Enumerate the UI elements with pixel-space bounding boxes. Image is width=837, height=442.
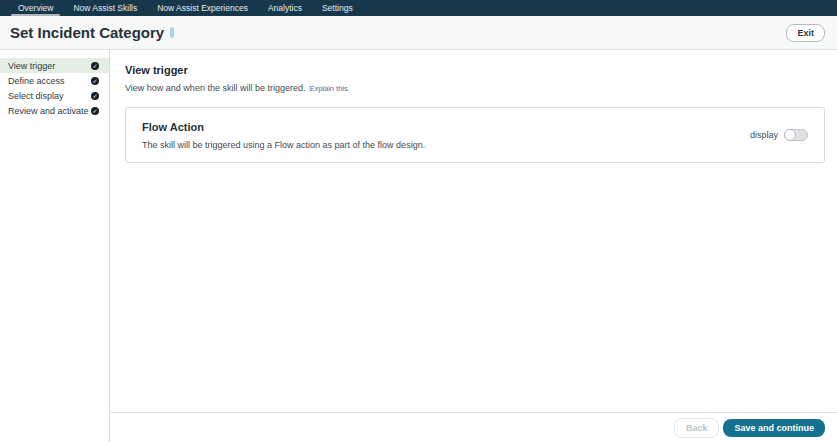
nav-item-settings[interactable]: Settings (312, 0, 363, 16)
sidebar-step-view-trigger[interactable]: View trigger✓ (0, 58, 109, 73)
sidebar-step-select-display[interactable]: Select display✓ (0, 88, 109, 103)
step-label: Define access (8, 76, 65, 86)
explain-this-link[interactable]: Explain this (309, 84, 347, 93)
check-circle-icon: ✓ (91, 92, 99, 100)
card-description: The skill will be triggered using a Flow… (142, 140, 425, 150)
section-description-text: View how and when the skill will be trig… (125, 83, 305, 93)
section-heading: View trigger (125, 64, 825, 76)
toggle-knob-icon (784, 129, 796, 141)
step-label: View trigger (8, 61, 55, 71)
display-toggle-row: display (750, 129, 808, 141)
card-text: Flow Action The skill will be triggered … (142, 121, 425, 150)
step-sidebar: View trigger✓Define access✓Select displa… (0, 50, 110, 442)
sidebar-step-define-access[interactable]: Define access✓ (0, 73, 109, 88)
nav-item-now-assist-experiences[interactable]: Now Assist Experiences (147, 0, 258, 16)
footer-bar: Back Save and continue (110, 412, 837, 442)
card-title: Flow Action (142, 121, 425, 133)
exit-button[interactable]: Exit (786, 24, 825, 42)
nav-item-now-assist-skills[interactable]: Now Assist Skills (63, 0, 147, 16)
check-circle-icon: ✓ (91, 62, 99, 70)
check-circle-icon: ✓ (91, 107, 99, 115)
back-button[interactable]: Back (674, 418, 720, 438)
display-toggle[interactable] (784, 129, 808, 141)
body: View trigger✓Define access✓Select displa… (0, 50, 837, 442)
toggle-label: display (750, 130, 778, 140)
step-label: Select display (8, 91, 64, 101)
sidebar-step-review-and-activate[interactable]: Review and activate✓ (0, 103, 109, 118)
section-description: View how and when the skill will be trig… (125, 83, 825, 93)
nav-item-analytics[interactable]: Analytics (258, 0, 312, 16)
step-label: Review and activate (8, 106, 89, 116)
nav-item-overview[interactable]: Overview (8, 0, 63, 16)
content-area: View trigger View how and when the skill… (110, 50, 837, 442)
check-circle-icon: ✓ (91, 77, 99, 85)
save-and-continue-button[interactable]: Save and continue (723, 419, 825, 437)
main-panel: View trigger View how and when the skill… (110, 50, 837, 412)
info-icon (170, 27, 174, 38)
top-nav: OverviewNow Assist SkillsNow Assist Expe… (0, 0, 837, 16)
page-header: Set Incident Category Exit (0, 16, 837, 50)
page-title: Set Incident Category (10, 24, 164, 41)
flow-action-card: Flow Action The skill will be triggered … (125, 107, 825, 163)
